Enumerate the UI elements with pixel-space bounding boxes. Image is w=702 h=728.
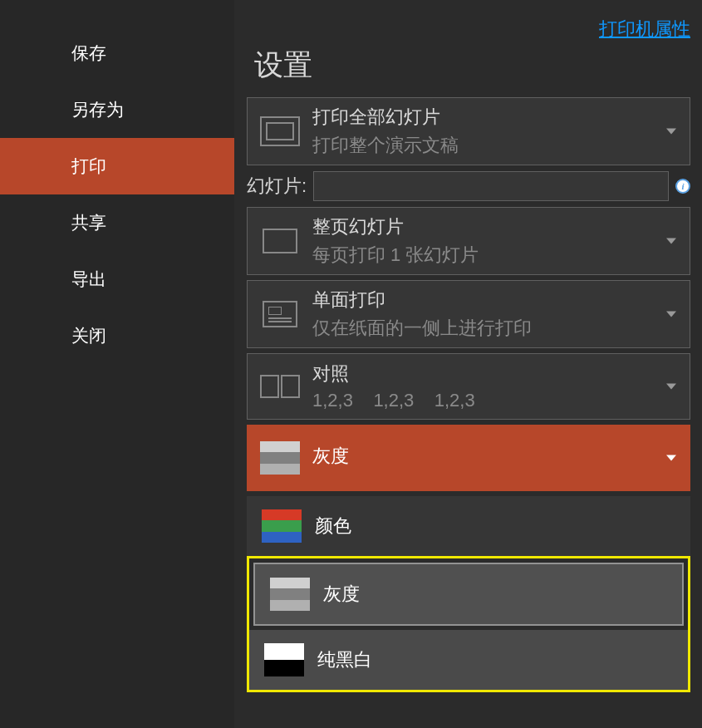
color-option-color[interactable]: 颜色 [247,496,690,556]
chevron-down-icon [666,239,676,244]
color-option-blackwhite[interactable]: 纯黑白 [249,630,688,690]
chevron-down-icon [666,312,676,317]
blackwhite-icon [264,643,304,676]
sidebar-item-share[interactable]: 共享 [0,194,234,251]
dropdown-subtitle: 仅在纸面的一侧上进行打印 [312,316,678,341]
dropdown-text: 对照 1,2,3 1,2,3 1,2,3 [312,362,678,411]
dropdown-text: 灰度 [312,444,678,472]
dropdown-title: 单面打印 [312,288,678,312]
highlighted-options: 灰度 纯黑白 [247,556,690,692]
chevron-down-icon [666,384,676,390]
dropdown-text: 整页幻灯片 每页打印 1 张幻灯片 [312,214,678,268]
sidebar-item-close[interactable]: 关闭 [0,307,234,364]
info-icon[interactable]: i [675,179,690,194]
sidebar-item-print[interactable]: 打印 [0,138,234,194]
sidebar-item-save[interactable]: 保存 [0,25,234,81]
dropdown-title: 整页幻灯片 [312,214,678,239]
color-option-label: 纯黑白 [317,647,372,672]
grayscale-icon [259,442,301,474]
single-side-icon [259,298,301,330]
dropdown-subtitle: 每页打印 1 张幻灯片 [312,243,678,268]
sides-dropdown[interactable]: 单面打印 仅在纸面的一侧上进行打印 [247,280,690,348]
sidebar-item-export[interactable]: 导出 [0,251,234,307]
slides-input[interactable] [313,171,669,201]
color-rgb-icon [262,509,302,543]
chevron-down-icon [666,129,676,135]
color-mode-dropdown[interactable]: 灰度 [247,425,690,491]
dropdown-title: 对照 [312,362,678,386]
print-what-dropdown[interactable]: 打印全部幻灯片 打印整个演示文稿 [247,97,690,165]
printer-properties-link[interactable]: 打印机属性 [599,17,690,42]
main-panel: 打印机属性 设置 打印全部幻灯片 打印整个演示文稿 幻灯片: i 整页幻灯片 每… [234,0,702,728]
dropdown-text: 打印全部幻灯片 打印整个演示文稿 [312,105,678,158]
dropdown-title: 打印全部幻灯片 [312,105,678,130]
dropdown-title: 灰度 [312,444,678,469]
color-mode-menu: 颜色 [247,496,690,556]
color-option-grayscale[interactable]: 灰度 [253,563,684,626]
color-option-label: 灰度 [323,582,360,607]
dropdown-subtitle: 1,2,3 1,2,3 1,2,3 [312,390,678,411]
sidebar: 保存 另存为 打印 共享 导出 关闭 [0,0,234,728]
color-option-label: 颜色 [315,514,351,539]
chevron-down-icon [666,455,676,461]
dropdown-subtitle: 打印整个演示文稿 [312,133,678,158]
sidebar-item-save-as[interactable]: 另存为 [0,81,234,138]
slides-row: 幻灯片: i [247,170,690,202]
grayscale-icon [270,578,310,611]
collate-dropdown[interactable]: 对照 1,2,3 1,2,3 1,2,3 [247,353,690,420]
fullpage-icon [259,225,301,257]
all-slides-icon [259,116,301,147]
layout-dropdown[interactable]: 整页幻灯片 每页打印 1 张幻灯片 [247,207,690,275]
slides-label: 幻灯片: [247,170,307,202]
settings-heading: 设置 [254,46,692,85]
dropdown-text: 单面打印 仅在纸面的一侧上进行打印 [312,288,678,341]
collate-icon [259,371,301,402]
